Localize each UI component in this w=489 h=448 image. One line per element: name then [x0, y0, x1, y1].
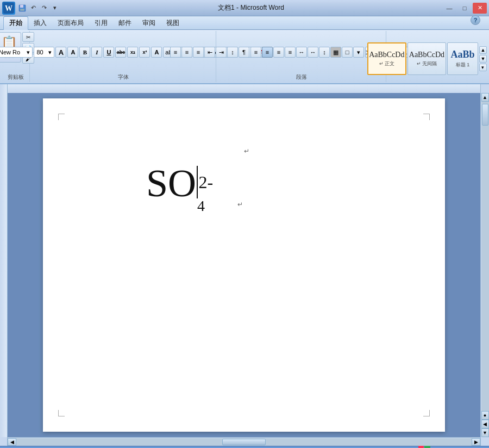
- underline-button[interactable]: U: [103, 47, 114, 58]
- tab-insert[interactable]: 插入: [28, 17, 52, 29]
- scroll-h-thumb[interactable]: [222, 439, 266, 445]
- scroll-h-right-corner: [480, 437, 489, 446]
- ruler-right: [480, 84, 489, 93]
- scroll-left-button[interactable]: ◀: [8, 438, 16, 446]
- select-browse-object-button[interactable]: ●: [481, 411, 489, 420]
- styles-scroll-down-button[interactable]: ▼: [479, 55, 487, 63]
- formula-subscript: 4: [197, 198, 205, 214]
- corner-bottom-right: [423, 410, 430, 416]
- bullets-button[interactable]: ≡: [170, 47, 181, 58]
- scroll-track[interactable]: [481, 102, 489, 411]
- border-button[interactable]: □: [342, 47, 353, 58]
- ltr-button[interactable]: ↔: [296, 47, 307, 58]
- style-normal[interactable]: AaBbCcDd ↵ 正文: [367, 42, 406, 75]
- next-page-button[interactable]: ▼: [481, 428, 489, 437]
- style-nospace-label: ↵ 无间隔: [417, 60, 437, 67]
- tab-review[interactable]: 审阅: [137, 17, 161, 29]
- vertical-scrollbar[interactable]: ▲ ● ◀ ▼: [480, 93, 489, 437]
- ruler-svg: [8, 84, 480, 93]
- tab-layout[interactable]: 页面布局: [52, 17, 89, 29]
- ribbon: 📋 粘贴 ✂ 📄 🖌 剪贴板 Times New Ro ▾ 80: [0, 30, 489, 84]
- clipboard-label: 剪贴板: [8, 73, 24, 81]
- paragraph-group-label: 段落: [296, 73, 307, 81]
- corner-top-left: [58, 114, 65, 120]
- tab-mailings[interactable]: 邮件: [113, 17, 137, 29]
- show-marks-button[interactable]: ¶: [239, 47, 249, 58]
- win-logo-q1: [418, 446, 424, 449]
- font-name-row: Times New Ro ▾ 80 ▾ A A: [0, 47, 78, 58]
- border-dropdown-button[interactable]: ▾: [353, 47, 364, 58]
- styles-scroll-up-button[interactable]: ▲: [479, 46, 487, 54]
- horizontal-ruler: [8, 84, 480, 93]
- svg-rect-4: [20, 9, 24, 11]
- corner-top-right: [423, 114, 430, 120]
- window-controls: — □ ✕: [442, 3, 487, 14]
- formula-superscript: 2-: [199, 173, 214, 191]
- prev-page-button[interactable]: ◀: [481, 420, 489, 428]
- font-group-label: 字体: [118, 73, 129, 81]
- scroll-up-button[interactable]: ▲: [481, 93, 489, 102]
- numbering-button[interactable]: ≡: [181, 47, 192, 58]
- justify-button[interactable]: ≡: [285, 47, 296, 58]
- grow-font-button[interactable]: A: [55, 47, 66, 58]
- bold-button[interactable]: B: [79, 47, 90, 58]
- document-page[interactable]: ↵ SO 2- 4 ↵: [43, 98, 445, 432]
- align-right-button[interactable]: ≡: [273, 47, 284, 58]
- increase-indent-button[interactable]: ⇥: [216, 47, 227, 58]
- help-icon[interactable]: ?: [471, 15, 480, 25]
- save-qa-button[interactable]: [17, 3, 27, 13]
- scroll-h-left-corner: [0, 437, 8, 446]
- sort-button[interactable]: ↕: [227, 47, 238, 58]
- font-size-selector[interactable]: 80 ▾: [34, 47, 54, 58]
- font-name-selector[interactable]: Times New Ro ▾: [0, 47, 33, 58]
- shading-button[interactable]: ▦: [330, 47, 341, 58]
- chemical-formula[interactable]: SO 2- 4: [146, 164, 213, 214]
- tab-references[interactable]: 引用: [89, 17, 113, 29]
- scroll-right-button[interactable]: ▶: [472, 438, 480, 446]
- main-area: ↵ SO 2- 4 ↵ ▲ ● ◀ ▼: [0, 93, 489, 437]
- document-container[interactable]: ↵ SO 2- 4 ↵: [8, 93, 480, 437]
- align-center-button[interactable]: ≡: [262, 47, 273, 58]
- minimize-button[interactable]: —: [442, 3, 456, 14]
- svg-rect-5: [8, 84, 480, 93]
- font-name-value: Times New Ro: [0, 49, 20, 55]
- style-heading1[interactable]: AaBb 标题 1: [447, 42, 478, 75]
- close-button[interactable]: ✕: [473, 3, 487, 14]
- paragraph-mark-2: ↵: [237, 201, 243, 208]
- clear-format-button[interactable]: A: [151, 47, 162, 58]
- scroll-thumb[interactable]: [482, 104, 488, 126]
- windows-logo[interactable]: [418, 446, 430, 449]
- style-nospace-preview: AaBbCcDd: [409, 51, 444, 59]
- tab-view[interactable]: 视图: [161, 17, 185, 29]
- ruler-corner: [0, 84, 8, 93]
- subscript-button[interactable]: x₂: [127, 47, 138, 58]
- style-normal-preview: AaBbCcDd: [369, 51, 404, 59]
- multilevel-button[interactable]: ≡: [193, 47, 204, 58]
- maximize-button[interactable]: □: [457, 3, 472, 14]
- superscript-button[interactable]: x²: [139, 47, 150, 58]
- rtl-button[interactable]: ↔: [308, 47, 318, 58]
- scroll-h-track[interactable]: [16, 438, 472, 446]
- horizontal-scrollbar[interactable]: ◀ ▶: [8, 437, 480, 446]
- line-spacing-button[interactable]: ↕: [319, 47, 330, 58]
- italic-button[interactable]: I: [91, 47, 102, 58]
- scrollbar-h-area: ◀ ▶: [0, 437, 489, 446]
- qa-dropdown-button[interactable]: ▾: [50, 3, 60, 13]
- redo-qa-button[interactable]: ↷: [39, 3, 49, 13]
- styles-expand-button[interactable]: ▾: [479, 64, 487, 71]
- align-left-button[interactable]: ≡: [250, 47, 261, 58]
- paragraph-group: ≡ ≡ ≡ ⇤ ⇥ ↕ ¶ ≡ ≡ ≡ ≡ ↔ ↔ ↕ ▦ □ ▾ 文字: [217, 31, 386, 82]
- tab-home[interactable]: 开始: [3, 16, 28, 30]
- vertical-ruler: [0, 93, 8, 437]
- strikethrough-button[interactable]: abc: [115, 47, 126, 58]
- window-title: 文档1 - Microsoft Word: [60, 3, 442, 13]
- formula-superscript-row: 2-: [196, 166, 213, 198]
- undo-qa-button[interactable]: ↶: [28, 3, 38, 13]
- shrink-font-button[interactable]: A: [67, 47, 78, 58]
- style-normal-label: ↵ 正文: [379, 60, 395, 67]
- style-heading1-preview: AaBb: [451, 49, 475, 60]
- style-heading1-label: 标题 1: [456, 61, 470, 69]
- title-bar-left: W ↶ ↷ ▾: [2, 2, 60, 15]
- style-no-space[interactable]: AaBbCcDd ↵ 无间隔: [408, 42, 446, 75]
- decrease-indent-button[interactable]: ⇤: [204, 47, 215, 58]
